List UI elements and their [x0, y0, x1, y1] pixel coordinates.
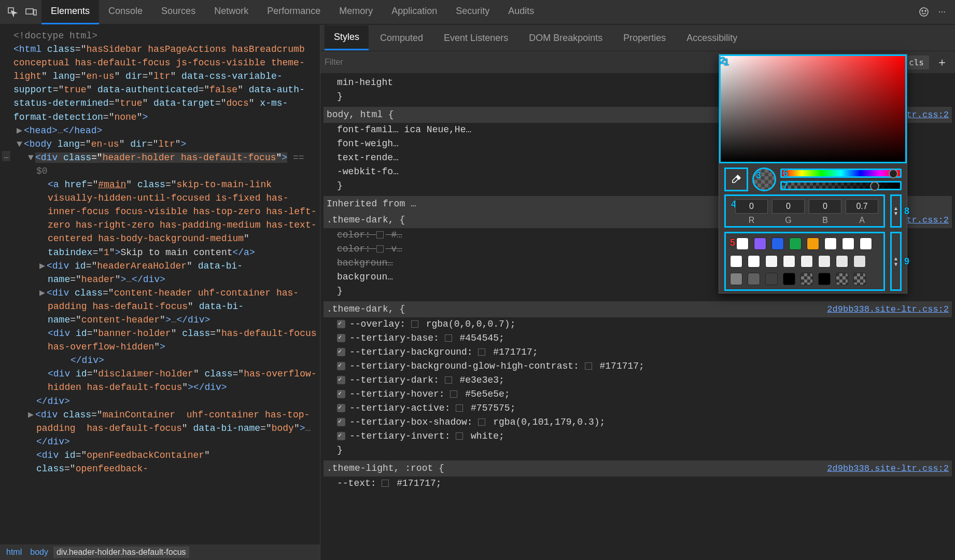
property-enable-checkbox[interactable]: [337, 404, 345, 412]
palette-swatch[interactable]: [730, 255, 742, 268]
color-swatch-icon[interactable]: [456, 404, 463, 412]
property-enable-checkbox[interactable]: [337, 376, 345, 384]
inspect-element-icon[interactable]: [4, 4, 21, 20]
style-rule-header[interactable]: .theme-light, :root {2d9bb338.site-ltr.c…: [324, 460, 952, 477]
palette-swatch[interactable]: [807, 237, 819, 250]
color-g-input[interactable]: [772, 199, 805, 214]
styles-tab-computed[interactable]: Computed: [371, 26, 432, 50]
style-source-link[interactable]: 2d9bb338.site-ltr.css:2: [827, 303, 949, 316]
device-toolbar-icon[interactable]: [23, 4, 39, 20]
breadcrumb-item[interactable]: div.header-holder.has-default-focus: [53, 547, 189, 558]
palette-swatch[interactable]: [736, 237, 749, 250]
top-tab-application[interactable]: Application: [382, 0, 446, 24]
color-swatch-icon[interactable]: [450, 390, 457, 398]
color-swatch-icon[interactable]: [585, 362, 592, 370]
palette-cycle-button[interactable]: ▲▼ 9: [890, 232, 902, 291]
dom-node[interactable]: ▶<div class="content-header uhf-containe…: [4, 286, 318, 327]
top-tab-console[interactable]: Console: [99, 0, 152, 24]
property-enable-checkbox[interactable]: [337, 432, 345, 440]
color-a-input[interactable]: [846, 199, 878, 214]
breadcrumb-item[interactable]: html: [3, 547, 25, 558]
property-enable-checkbox[interactable]: [337, 348, 345, 356]
dom-node[interactable]: <html class="hasSidebar hasPageActions h…: [4, 43, 318, 124]
dom-tree[interactable]: <!doctype html><html class="hasSidebar h…: [0, 25, 320, 544]
color-swatch-icon[interactable]: [445, 376, 452, 384]
dom-node[interactable]: </div>: [4, 354, 318, 367]
style-rule-header[interactable]: .theme-dark, {2d9bb338.site-ltr.css:2: [324, 301, 952, 317]
styles-tab-accessibility[interactable]: Accessibility: [677, 26, 747, 50]
palette-swatch[interactable]: [783, 273, 795, 285]
property-enable-checkbox[interactable]: [337, 362, 345, 370]
palette-swatch[interactable]: [818, 273, 831, 285]
palette-swatch[interactable]: [824, 237, 837, 250]
palette-swatch[interactable]: [800, 255, 813, 268]
color-format-toggle[interactable]: ▲▼ 8: [890, 194, 902, 228]
palette-swatch[interactable]: [765, 273, 778, 285]
palette-swatch[interactable]: [771, 237, 784, 250]
color-r-input[interactable]: [735, 199, 768, 214]
styles-tab-event-listeners[interactable]: Event Listeners: [434, 26, 517, 50]
styles-tab-properties[interactable]: Properties: [614, 26, 675, 50]
color-swatch-icon[interactable]: [376, 231, 384, 239]
color-swatch-icon[interactable]: [478, 348, 485, 356]
dom-node[interactable]: ▶<div class="mainContainer uhf-container…: [4, 408, 318, 449]
color-swatch-icon[interactable]: [478, 418, 485, 426]
palette-swatch[interactable]: [748, 273, 760, 285]
top-tab-elements[interactable]: Elements: [41, 0, 99, 24]
color-swatch-icon[interactable]: [376, 245, 384, 253]
color-picker-saturation[interactable]: 1: [719, 54, 907, 163]
dom-node[interactable]: ▶<head>…</head>: [4, 124, 318, 137]
property-enable-checkbox[interactable]: [337, 320, 345, 328]
dom-node[interactable]: <div id="openFeedbackContainer" class="o…: [4, 449, 318, 475]
palette-swatch[interactable]: [818, 255, 831, 268]
palette-swatch[interactable]: [853, 273, 866, 285]
styles-tab-dom-breakpoints[interactable]: DOM Breakpoints: [519, 26, 612, 50]
dom-node[interactable]: ▼<body lang="en-us" dir="ltr">: [4, 137, 318, 151]
property-enable-checkbox[interactable]: [337, 418, 345, 426]
palette-swatch[interactable]: [800, 273, 813, 285]
color-swatch-icon[interactable]: [382, 480, 389, 487]
eyedropper-button[interactable]: 2: [724, 167, 748, 191]
top-tab-memory[interactable]: Memory: [330, 0, 382, 24]
top-tab-audits[interactable]: Audits: [499, 0, 543, 24]
palette-swatch[interactable]: [765, 255, 778, 268]
more-options-icon[interactable]: ⋯: [934, 4, 951, 20]
palette-swatch[interactable]: [836, 273, 848, 285]
style-rule-body[interactable]: --text: #171717;: [324, 477, 952, 494]
palette-swatch[interactable]: [754, 237, 766, 250]
palette-swatch[interactable]: [783, 255, 795, 268]
color-b-input[interactable]: [809, 199, 841, 214]
dom-node[interactable]: …▼<div class="header-holder has-default-…: [4, 151, 318, 178]
breadcrumb-item[interactable]: body: [27, 547, 51, 558]
color-swatch-icon[interactable]: [456, 432, 463, 440]
style-rule-body[interactable]: --overlay: rgba(0,0,0,0.7);--tertiary-ba…: [324, 317, 952, 460]
palette-swatch[interactable]: [730, 273, 742, 285]
alpha-slider[interactable]: 7: [780, 181, 902, 190]
property-enable-checkbox[interactable]: [337, 334, 345, 342]
top-tab-security[interactable]: Security: [446, 0, 499, 24]
feedback-smiley-icon[interactable]: [916, 4, 932, 20]
top-tab-performance[interactable]: Performance: [258, 0, 330, 24]
dom-node[interactable]: </div>: [4, 395, 318, 408]
dom-node[interactable]: ▶<div id="headerAreaHolder" data-bi-name…: [4, 259, 318, 286]
dom-node[interactable]: <div id="disclaimer-holder" class="has-o…: [4, 367, 318, 394]
palette-swatch[interactable]: [860, 237, 872, 250]
palette-swatch[interactable]: [853, 255, 866, 268]
dom-node[interactable]: <a href="#main" class="skip-to-main-link…: [4, 178, 318, 259]
top-tab-network[interactable]: Network: [205, 0, 258, 24]
dom-node[interactable]: <div id="banner-holder" class="has-defau…: [4, 327, 318, 354]
hue-slider[interactable]: 6: [780, 169, 902, 178]
style-source-link[interactable]: 2d9bb338.site-ltr.css:2: [827, 462, 949, 475]
palette-swatch[interactable]: [836, 255, 848, 268]
color-swatch-icon[interactable]: [411, 320, 418, 328]
new-style-rule-button[interactable]: ＋: [933, 54, 951, 70]
styles-filter-input[interactable]: [325, 58, 590, 67]
palette-swatch[interactable]: [842, 237, 854, 250]
property-enable-checkbox[interactable]: [337, 390, 345, 398]
styles-tab-styles[interactable]: Styles: [325, 25, 369, 50]
palette-swatch[interactable]: [748, 255, 760, 268]
dom-breadcrumbs[interactable]: htmlbodydiv.header-holder.has-default-fo…: [0, 544, 320, 560]
color-swatch-icon[interactable]: [445, 334, 452, 342]
dom-node[interactable]: <!doctype html>: [4, 29, 318, 43]
top-tab-sources[interactable]: Sources: [152, 0, 205, 24]
